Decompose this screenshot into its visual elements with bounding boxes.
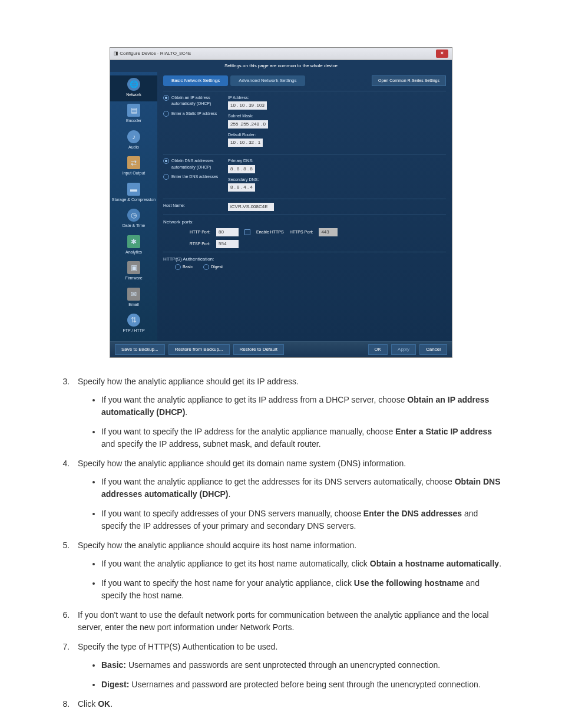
- radio-enter-dns[interactable]: Enter the DNS addresses: [163, 174, 228, 180]
- save-backup-button[interactable]: Save to Backup...: [115, 344, 165, 355]
- tab-advanced-network[interactable]: Advanced Network Settings: [230, 75, 305, 86]
- storage-icon: ▬: [127, 183, 140, 196]
- sidebar-item-firmware[interactable]: ▣Firmware: [110, 259, 157, 285]
- step-4b: If you want to specify addresses of your…: [101, 508, 503, 532]
- tab-basic-network[interactable]: Basic Network Settings: [163, 75, 228, 86]
- secondary-dns-input[interactable]: 8 . 8 . 4 . 4: [228, 183, 255, 192]
- main-panel: Open Common R-Series Settings Basic Netw…: [157, 72, 452, 341]
- radio-icon: [163, 174, 169, 180]
- radio-dhcp-dns[interactable]: Obtain DNS addresses automatically (DHCP…: [163, 158, 228, 170]
- http-port-input[interactable]: 80: [216, 228, 239, 236]
- rtsp-port-label: RTSP Port:: [181, 241, 210, 248]
- http-port-label: HTTP Port:: [181, 229, 210, 236]
- step-5b: If you want to specify the host name for…: [101, 577, 503, 602]
- step-5a: If you want the analytic appliance to ge…: [101, 558, 503, 570]
- ip-address-input[interactable]: 10 . 10 . 39 .103: [228, 101, 267, 110]
- dialog-footer: Save to Backup... Restore from Backup...…: [110, 341, 452, 357]
- sidebar-item-email[interactable]: ✉Email: [110, 285, 157, 312]
- radio-dhcp-ip[interactable]: Obtain an IP address automatically (DHCP…: [163, 95, 228, 107]
- enable-https-label: Enable HTTPS: [256, 229, 284, 236]
- window-title: Configure Device - RIALTO_8C4E: [120, 51, 191, 56]
- clock-icon: ◷: [127, 209, 140, 222]
- sidebar-item-io[interactable]: ⇄Input Output: [110, 154, 157, 180]
- ip-address-label: IP Address:: [228, 95, 446, 101]
- secondary-dns-label: Secondary DNS:: [228, 177, 446, 183]
- radio-icon: [175, 264, 181, 270]
- close-button[interactable]: ×: [436, 50, 448, 58]
- sidebar-item-encoder[interactable]: ▤Encoder: [110, 101, 157, 128]
- default-router-input[interactable]: 10 . 10 . 32 . 1: [228, 139, 263, 147]
- rtsp-port-input[interactable]: 554: [216, 240, 239, 248]
- https-port-input[interactable]: 443: [319, 228, 338, 236]
- step-6: If you don't want to use the default net…: [72, 609, 503, 634]
- io-icon: ⇄: [127, 156, 140, 169]
- analytics-icon: ✱: [127, 235, 140, 248]
- step-5: Specify how the analytic appliance shoul…: [72, 539, 503, 602]
- sidebar-item-storage[interactable]: ▬Storage & Compression: [110, 180, 157, 207]
- common-banner: Settings on this page are common to the …: [110, 60, 452, 72]
- cancel-button[interactable]: Cancel: [419, 344, 447, 355]
- window-icon: ◨: [114, 51, 118, 56]
- apply-button[interactable]: Apply: [391, 344, 416, 355]
- network-ports-heading: Network ports:: [163, 219, 446, 226]
- sidebar-item-audio[interactable]: ♪Audio: [110, 128, 157, 154]
- step-3b: If you want to specify the IP address fo…: [101, 426, 503, 450]
- ok-button[interactable]: OK: [368, 344, 388, 355]
- step-4a: If you want the analytic appliance to ge…: [101, 476, 503, 500]
- radio-icon: [163, 111, 169, 117]
- step-7a: Basic: Usernames and passwords are sent …: [101, 659, 503, 671]
- https-port-label: HTTPS Port:: [290, 229, 313, 236]
- radio-auth-basic[interactable]: Basic: [175, 264, 193, 271]
- subnet-mask-label: Subnet Mask:: [228, 113, 446, 120]
- open-common-settings-button[interactable]: Open Common R-Series Settings: [372, 75, 446, 87]
- step-3: Specify how the analytic appliance shoul…: [72, 375, 503, 450]
- default-router-label: Default Router:: [228, 132, 446, 139]
- radio-auth-digest[interactable]: Digest: [203, 264, 223, 271]
- auth-heading: HTTP(S) Authentication:: [163, 256, 446, 263]
- radio-static-ip[interactable]: Enter a Static IP address: [163, 111, 228, 117]
- primary-dns-label: Primary DNS:: [228, 158, 446, 164]
- radio-icon: [203, 264, 209, 270]
- step-4: Specify how the analytic appliance shoul…: [72, 457, 503, 532]
- sidebar: 🌐Network ▤Encoder ♪Audio ⇄Input Output ▬…: [110, 72, 157, 341]
- step-8: Click OK.: [72, 698, 503, 710]
- radio-icon: [163, 95, 169, 101]
- host-name-input[interactable]: iCVR-VS-008C4E: [228, 203, 274, 211]
- restore-backup-button[interactable]: Restore from Backup...: [168, 344, 230, 355]
- host-name-label: Host Name:: [163, 203, 185, 207]
- email-icon: ✉: [127, 288, 140, 301]
- enable-https-checkbox[interactable]: [244, 229, 250, 235]
- audio-icon: ♪: [127, 130, 140, 143]
- globe-icon: 🌐: [127, 78, 140, 91]
- sidebar-item-network[interactable]: 🌐Network: [110, 75, 157, 102]
- step-3a: If you want the analytic appliance to ge…: [101, 394, 503, 419]
- step-7b: Digest: Usernames and password are prote…: [101, 678, 503, 691]
- instruction-list: Specify how the analytic appliance shoul…: [59, 375, 503, 710]
- ftp-icon: ⇅: [127, 314, 140, 327]
- configure-device-dialog: ◨ Configure Device - RIALTO_8C4E × Setti…: [110, 47, 452, 358]
- sidebar-item-date[interactable]: ◷Date & Time: [110, 206, 157, 233]
- sidebar-item-analytics[interactable]: ✱Analytics: [110, 233, 157, 259]
- restore-default-button[interactable]: Restore to Default: [233, 344, 284, 355]
- sidebar-item-ftp[interactable]: ⇅FTP / HTTP: [110, 311, 157, 338]
- title-bar: ◨ Configure Device - RIALTO_8C4E ×: [110, 48, 452, 60]
- encoder-icon: ▤: [127, 104, 140, 117]
- subnet-mask-input[interactable]: 255 .255 .248 . 0: [228, 120, 268, 129]
- step-7: Specify the type of HTTP(S) Authenticati…: [72, 641, 503, 691]
- chip-icon: ▣: [127, 261, 140, 274]
- primary-dns-input[interactable]: 8 . 8 . 8 . 8: [228, 165, 255, 173]
- radio-icon: [163, 158, 169, 164]
